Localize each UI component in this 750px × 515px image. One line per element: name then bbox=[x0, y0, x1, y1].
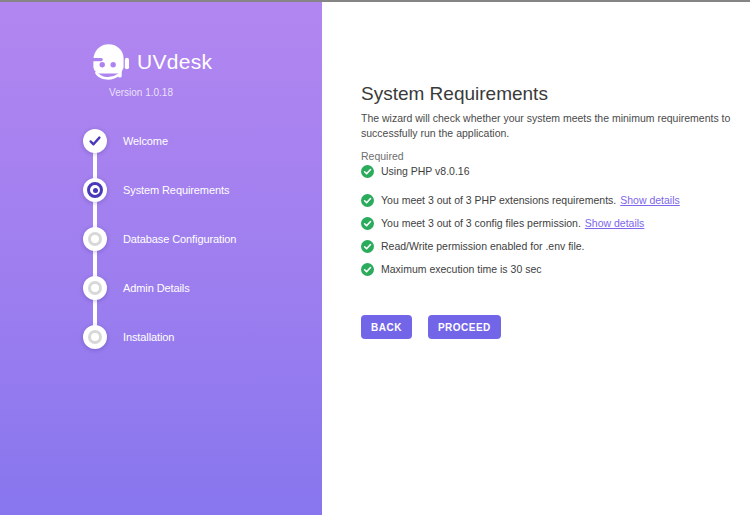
requirement-text: You meet 3 out of 3 PHP extensions requi… bbox=[381, 194, 616, 206]
requirement-text: You meet 3 out of 3 config files permiss… bbox=[381, 217, 581, 229]
radio-ring-icon bbox=[87, 182, 103, 198]
step-label: Database Configuration bbox=[123, 233, 236, 245]
step-marker-active bbox=[83, 178, 107, 202]
step-system-requirements: System Requirements bbox=[83, 178, 229, 202]
requirement-text: Read/Write permission enabled for .env f… bbox=[381, 240, 585, 252]
step-marker-pending bbox=[83, 325, 107, 349]
window-top-border bbox=[0, 0, 750, 2]
success-check-icon bbox=[361, 240, 374, 253]
step-admin-details: Admin Details bbox=[83, 276, 190, 300]
step-marker-completed bbox=[83, 129, 107, 153]
step-label: System Requirements bbox=[123, 184, 229, 196]
requirements-list: Using PHP v8.0.16 You meet 3 out of 3 PH… bbox=[361, 164, 680, 285]
check-icon bbox=[88, 134, 102, 148]
step-label: Admin Details bbox=[123, 282, 190, 294]
page-description: The wizard will check whether your syste… bbox=[361, 111, 739, 141]
requirement-row-execution-time: Maximum execution time is 30 sec bbox=[361, 262, 680, 276]
proceed-button[interactable]: PROCEED bbox=[428, 315, 501, 339]
required-section-label: Required bbox=[361, 150, 404, 162]
requirement-row-php-version: Using PHP v8.0.16 bbox=[361, 164, 680, 178]
step-marker-pending bbox=[83, 276, 107, 300]
requirement-row-env-permission: Read/Write permission enabled for .env f… bbox=[361, 239, 680, 253]
brand-name: UVdesk bbox=[137, 50, 212, 74]
back-button[interactable]: BACK bbox=[361, 315, 412, 339]
success-check-icon bbox=[361, 263, 374, 276]
ring-icon bbox=[88, 232, 102, 246]
show-details-link-config[interactable]: Show details bbox=[585, 217, 645, 229]
requirement-text: Using PHP v8.0.16 bbox=[381, 165, 470, 177]
headset-agent-icon bbox=[84, 38, 134, 88]
success-check-icon bbox=[361, 217, 374, 230]
success-check-icon bbox=[361, 165, 374, 178]
requirement-text: Maximum execution time is 30 sec bbox=[381, 263, 541, 275]
step-installation: Installation bbox=[83, 325, 174, 349]
step-welcome: Welcome bbox=[83, 129, 168, 153]
step-marker-pending bbox=[83, 227, 107, 251]
step-label: Welcome bbox=[123, 135, 168, 147]
wizard-actions: BACK PROCEED bbox=[361, 315, 501, 339]
step-label: Installation bbox=[123, 331, 174, 343]
step-database-configuration: Database Configuration bbox=[83, 227, 236, 251]
requirement-row-php-extensions: You meet 3 out of 3 PHP extensions requi… bbox=[361, 193, 680, 207]
show-details-link-extensions[interactable]: Show details bbox=[620, 194, 680, 206]
success-check-icon bbox=[361, 194, 374, 207]
app-version: Version 1.0.18 bbox=[80, 87, 202, 98]
ring-icon bbox=[88, 330, 102, 344]
wizard-sidebar: UVdesk Version 1.0.18 Welcome System Req… bbox=[0, 0, 322, 515]
install-wizard-window: UVdesk Version 1.0.18 Welcome System Req… bbox=[0, 0, 750, 515]
ring-icon bbox=[88, 281, 102, 295]
requirement-row-config-permissions: You meet 3 out of 3 config files permiss… bbox=[361, 216, 680, 230]
page-title: System Requirements bbox=[361, 83, 548, 105]
